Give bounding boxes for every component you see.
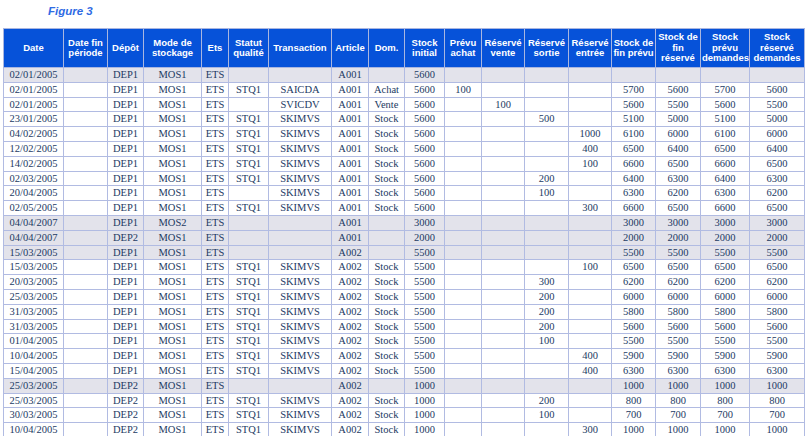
cell-dom: Stock — [369, 275, 405, 290]
cell-ets: ETS — [202, 378, 229, 393]
cell-transaction — [269, 68, 332, 83]
cell-stock-de-fin-prevu: 1000 — [612, 423, 656, 436]
cell-dom: Stock — [369, 319, 405, 334]
cell-stock-reserve-demandes: 6000 — [750, 127, 805, 142]
cell-depot: DEP1 — [108, 349, 144, 364]
cell-ets: ETS — [202, 141, 229, 156]
table-row: 15/04/2005DEP1MOS1ETSSTQ1SKIMVSA002Stock… — [4, 363, 805, 378]
cell-depot: DEP1 — [108, 127, 144, 142]
cell-mode-de-stockage: MOS1 — [144, 349, 202, 364]
cell-statut-qualite: STQ1 — [229, 201, 269, 216]
cell-date-fin-periode — [64, 215, 108, 230]
cell-article: A002 — [332, 260, 369, 275]
cell-dom — [369, 245, 405, 260]
cell-depot: DEP1 — [108, 112, 144, 127]
cell-article: A001 — [332, 127, 369, 142]
cell-dom: Stock — [369, 363, 405, 378]
cell-statut-qualite: STQ1 — [229, 156, 269, 171]
cell-reserve-entree — [569, 186, 612, 201]
cell-reserve-vente — [482, 363, 525, 378]
cell-stock-de-fin-prevu: 800 — [612, 393, 656, 408]
cell-ets: ETS — [202, 68, 229, 83]
cell-date: 02/01/2005 — [4, 97, 64, 112]
cell-depot: DEP1 — [108, 363, 144, 378]
cell-stock-reserve-demandes: 5500 — [750, 245, 805, 260]
cell-stock-prevu-demandes: 5500 — [701, 334, 750, 349]
cell-reserve-vente — [482, 334, 525, 349]
cell-reserve-entree — [569, 68, 612, 83]
cell-stock-initial: 5500 — [405, 349, 445, 364]
cell-article: A002 — [332, 319, 369, 334]
cell-stock-de-fin-prevu: 5600 — [612, 319, 656, 334]
column-header-reserve-vente: Réservé vente — [482, 29, 525, 68]
cell-stock-initial: 5500 — [405, 289, 445, 304]
cell-article: A002 — [332, 408, 369, 423]
table-row: 04/04/2007DEP2MOS1ETSA001200020002000200… — [4, 230, 805, 245]
cell-statut-qualite: STQ1 — [229, 349, 269, 364]
table-row: 25/03/2005DEP2MOS1ETSSTQ1SKIMVSA002Stock… — [4, 393, 805, 408]
cell-stock-reserve-demandes: 3000 — [750, 215, 805, 230]
cell-transaction — [269, 378, 332, 393]
cell-date-fin-periode — [64, 363, 108, 378]
cell-prevu-achat — [445, 363, 482, 378]
cell-stock-initial: 2000 — [405, 230, 445, 245]
cell-depot: DEP1 — [108, 97, 144, 112]
cell-stock-de-fin-reserve: 1000 — [656, 423, 701, 436]
cell-ets: ETS — [202, 186, 229, 201]
cell-stock-de-fin-prevu: 3000 — [612, 215, 656, 230]
column-header-transaction: Transaction — [269, 29, 332, 68]
cell-statut-qualite: STQ1 — [229, 112, 269, 127]
cell-stock-prevu-demandes: 6600 — [701, 156, 750, 171]
cell-article: A001 — [332, 171, 369, 186]
cell-statut-qualite: STQ1 — [229, 171, 269, 186]
cell-depot: DEP1 — [108, 156, 144, 171]
cell-stock-de-fin-reserve: 6500 — [656, 201, 701, 216]
cell-stock-reserve-demandes: 5000 — [750, 112, 805, 127]
cell-statut-qualite: STQ1 — [229, 82, 269, 97]
cell-reserve-entree — [569, 319, 612, 334]
cell-stock-reserve-demandes: 5500 — [750, 97, 805, 112]
cell-prevu-achat — [445, 127, 482, 142]
cell-reserve-sortie — [525, 245, 569, 260]
cell-stock-reserve-demandes: 1000 — [750, 423, 805, 436]
cell-ets: ETS — [202, 334, 229, 349]
column-header-stock-de-fin-prevu: Stock de fin prévu — [612, 29, 656, 68]
cell-reserve-vente — [482, 319, 525, 334]
cell-stock-initial: 3000 — [405, 215, 445, 230]
cell-mode-de-stockage: MOS1 — [144, 82, 202, 97]
cell-transaction — [269, 215, 332, 230]
table-row: 25/03/2005DEP2MOS1ETSA002100010001000100… — [4, 378, 805, 393]
cell-stock-de-fin-prevu: 6300 — [612, 186, 656, 201]
cell-date: 25/03/2005 — [4, 378, 64, 393]
cell-depot: DEP1 — [108, 171, 144, 186]
cell-stock-de-fin-prevu: 6500 — [612, 260, 656, 275]
table-row: 15/03/2005DEP1MOS1ETSSTQ1SKIMVSA002Stock… — [4, 260, 805, 275]
cell-ets: ETS — [202, 230, 229, 245]
cell-article: A001 — [332, 230, 369, 245]
cell-date: 10/04/2005 — [4, 423, 64, 436]
cell-ets: ETS — [202, 423, 229, 436]
cell-mode-de-stockage: MOS1 — [144, 334, 202, 349]
cell-reserve-entree — [569, 97, 612, 112]
cell-reserve-vente — [482, 393, 525, 408]
cell-stock-initial: 5500 — [405, 275, 445, 290]
cell-date: 31/03/2005 — [4, 319, 64, 334]
column-header-stock-initial: Stock initial — [405, 29, 445, 68]
cell-depot: DEP2 — [108, 423, 144, 436]
column-header-stock-prevu-demandes: Stock prévu demandes — [701, 29, 750, 68]
table-row: 25/03/2005DEP1MOS1ETSSTQ1SKIMVSA002Stock… — [4, 289, 805, 304]
cell-stock-de-fin-reserve: 5600 — [656, 319, 701, 334]
table-row: 31/03/2005DEP1MOS1ETSSTQ1SKIMVSA002Stock… — [4, 304, 805, 319]
cell-statut-qualite: STQ1 — [229, 289, 269, 304]
cell-statut-qualite — [229, 68, 269, 83]
cell-prevu-achat — [445, 304, 482, 319]
cell-stock-prevu-demandes — [701, 68, 750, 83]
cell-ets: ETS — [202, 112, 229, 127]
cell-reserve-entree — [569, 304, 612, 319]
cell-reserve-entree — [569, 408, 612, 423]
column-header-prevu-achat: Prévu achat — [445, 29, 482, 68]
cell-statut-qualite: STQ1 — [229, 423, 269, 436]
cell-stock-de-fin-reserve: 2000 — [656, 230, 701, 245]
cell-prevu-achat — [445, 349, 482, 364]
cell-ets: ETS — [202, 304, 229, 319]
